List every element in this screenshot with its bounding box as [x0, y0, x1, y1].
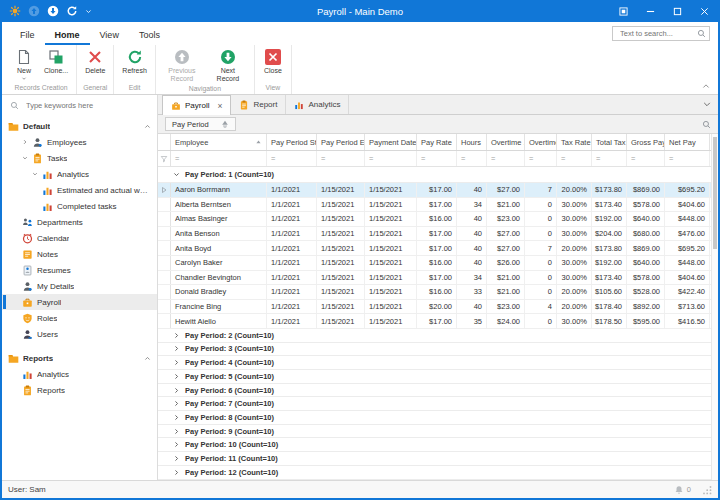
- sidebar-item-departments[interactable]: Departments: [2, 214, 157, 230]
- group-row-collapsed[interactable]: Pay Period: 11 (Count=10): [158, 452, 711, 466]
- grid-cell[interactable]: 0: [525, 285, 557, 299]
- grid-cell[interactable]: 35: [457, 314, 487, 328]
- grid-cell[interactable]: 1/1/2021: [267, 198, 317, 212]
- grid-cell[interactable]: $640.00: [627, 256, 665, 270]
- group-row-collapsed[interactable]: Pay Period: 12 (Count=10): [158, 466, 711, 480]
- grid-cell[interactable]: 30.00%: [557, 271, 592, 285]
- column-header-total-tax[interactable]: Total Tax: [592, 134, 627, 150]
- grid-row-aaron-borrmann[interactable]: Aaron Borrmann1/1/20211/15/20211/15/2021…: [158, 183, 711, 198]
- grid-cell[interactable]: 1/1/2021: [267, 183, 317, 197]
- grid-search-icon[interactable]: [702, 120, 711, 129]
- grid-cell[interactable]: $17.00: [417, 271, 457, 285]
- group-row-collapsed[interactable]: Pay Period: 5 (Count=10): [158, 370, 711, 384]
- ribbon-tab-view[interactable]: View: [90, 26, 129, 45]
- grid-row-alberta-berntsen[interactable]: Alberta Berntsen1/1/20211/15/20211/15/20…: [158, 198, 711, 213]
- grid-cell[interactable]: $173.40: [592, 271, 627, 285]
- filter-cell[interactable]: =: [267, 151, 317, 166]
- grid-cell[interactable]: $17.00: [417, 241, 457, 255]
- grid-cell[interactable]: 1/1/2021: [267, 271, 317, 285]
- grid-cell[interactable]: $869.00: [627, 183, 665, 197]
- grid-cell[interactable]: 0: [525, 198, 557, 212]
- ribbon-search-input[interactable]: [618, 28, 697, 39]
- grid-cell[interactable]: 34: [457, 198, 487, 212]
- grid-cell[interactable]: $713.60: [665, 300, 710, 314]
- grid-cell[interactable]: $17.00: [417, 183, 457, 197]
- grid-cell[interactable]: $476.00: [665, 227, 710, 241]
- filter-cell[interactable]: =: [487, 151, 525, 166]
- document-tab-analytics[interactable]: Analytics: [286, 95, 349, 114]
- grid-cell[interactable]: $21.00: [487, 285, 525, 299]
- grid-cell[interactable]: 1/15/2021: [365, 271, 417, 285]
- grid-cell[interactable]: $27.00: [487, 183, 525, 197]
- ribbon-tab-tools[interactable]: Tools: [129, 26, 170, 45]
- grid-row-donald-bradley[interactable]: Donald Bradley1/1/20211/15/20211/15/2021…: [158, 285, 711, 300]
- grid-cell[interactable]: 1/1/2021: [267, 241, 317, 255]
- filter-cell[interactable]: =: [365, 151, 417, 166]
- close-button[interactable]: Close: [258, 46, 288, 75]
- grid-cell[interactable]: Donald Bradley: [171, 285, 267, 299]
- grid-cell[interactable]: $695.20: [665, 183, 710, 197]
- grid-cell[interactable]: $680.00: [627, 227, 665, 241]
- grid-cell[interactable]: $448.00: [665, 212, 710, 226]
- ribbon-display-options-button[interactable]: [610, 0, 637, 22]
- grid-cell[interactable]: 34: [457, 271, 487, 285]
- sidebar-item-employees[interactable]: Employees: [2, 134, 157, 150]
- grid-row-almas-basinger[interactable]: Almas Basinger1/1/20211/15/20211/15/2021…: [158, 212, 711, 227]
- column-header-payment-date[interactable]: Payment Date: [365, 134, 417, 150]
- grid-cell[interactable]: $26.00: [487, 256, 525, 270]
- group-row-collapsed[interactable]: Pay Period: 4 (Count=10): [158, 356, 711, 370]
- grid-cell[interactable]: $448.00: [665, 256, 710, 270]
- grid-cell[interactable]: 20.00%: [557, 300, 592, 314]
- grid-cell[interactable]: $595.00: [627, 314, 665, 328]
- grid-cell[interactable]: Hewitt Aiello: [171, 314, 267, 328]
- grid-cell[interactable]: $24.00: [487, 314, 525, 328]
- column-header-overtime-[interactable]: Overtime ...: [525, 134, 557, 150]
- grid-cell[interactable]: 1/15/2021: [317, 212, 365, 226]
- grid-cell[interactable]: 4: [525, 300, 557, 314]
- grid-cell[interactable]: $892.00: [627, 300, 665, 314]
- grid-cell[interactable]: 1/1/2021: [267, 256, 317, 270]
- sidebar-item-estimated-and-actual-work-comparison[interactable]: Estimated and actual work comparison: [2, 182, 157, 198]
- grid-cell[interactable]: 0: [525, 271, 557, 285]
- grid-cell[interactable]: 1/1/2021: [267, 285, 317, 299]
- group-by-chip[interactable]: Pay Period: [165, 117, 236, 131]
- grid-cell[interactable]: 1/15/2021: [317, 300, 365, 314]
- group-row-expanded[interactable]: Pay Period: 1 (Count=10): [158, 167, 711, 183]
- grid-cell[interactable]: 30.00%: [557, 314, 592, 328]
- grid-cell[interactable]: 40: [457, 183, 487, 197]
- tab-close-icon[interactable]: ×: [217, 101, 222, 111]
- grid-cell[interactable]: Anita Benson: [171, 227, 267, 241]
- grid-cell[interactable]: 0: [525, 256, 557, 270]
- filter-cell[interactable]: =: [171, 151, 267, 166]
- grid-cell[interactable]: 40: [457, 227, 487, 241]
- grid-cell[interactable]: 1/15/2021: [317, 271, 365, 285]
- grid-cell[interactable]: $404.60: [665, 198, 710, 212]
- grid-row-chandler-bevington[interactable]: Chandler Bevington1/1/20211/15/20211/15/…: [158, 271, 711, 286]
- grid-cell[interactable]: 1/1/2021: [267, 227, 317, 241]
- grid-cell[interactable]: $578.00: [627, 271, 665, 285]
- filter-cell[interactable]: =: [525, 151, 557, 166]
- grid-cell[interactable]: Alberta Berntsen: [171, 198, 267, 212]
- grid-cell[interactable]: Chandler Bevington: [171, 271, 267, 285]
- grid-cell[interactable]: $23.00: [487, 300, 525, 314]
- grid-cell[interactable]: 0: [525, 227, 557, 241]
- group-row-collapsed[interactable]: Pay Period: 8 (Count=10): [158, 411, 711, 425]
- group-row-collapsed[interactable]: Pay Period: 3 (Count=10): [158, 343, 711, 357]
- grid-cell[interactable]: 40: [457, 300, 487, 314]
- grid-row-anita-benson[interactable]: Anita Benson1/1/20211/15/20211/15/2021$1…: [158, 227, 711, 242]
- refresh-button[interactable]: Refresh: [117, 46, 152, 75]
- grid-cell[interactable]: Carolyn Baker: [171, 256, 267, 270]
- filter-cell[interactable]: =: [417, 151, 457, 166]
- scrollbar-thumb[interactable]: [713, 137, 717, 249]
- grid-row-anita-boyd[interactable]: Anita Boyd1/1/20211/15/20211/15/2021$17.…: [158, 241, 711, 256]
- grid-row-hewitt-aiello[interactable]: Hewitt Aiello1/1/20211/15/20211/15/2021$…: [158, 314, 711, 329]
- grid-cell[interactable]: 1/15/2021: [365, 241, 417, 255]
- grid-cell[interactable]: Almas Basinger: [171, 212, 267, 226]
- grid-cell[interactable]: 0: [525, 212, 557, 226]
- column-header-net-pay[interactable]: Net Pay: [665, 134, 710, 150]
- qat-refresh-icon[interactable]: [66, 5, 78, 17]
- column-header-pay-period-end[interactable]: Pay Period End: [317, 134, 365, 150]
- notifications-bell-icon[interactable]: [674, 485, 684, 495]
- sidebar-item-resumes[interactable]: Resumes: [2, 262, 157, 278]
- grid-cell[interactable]: $178.50: [592, 314, 627, 328]
